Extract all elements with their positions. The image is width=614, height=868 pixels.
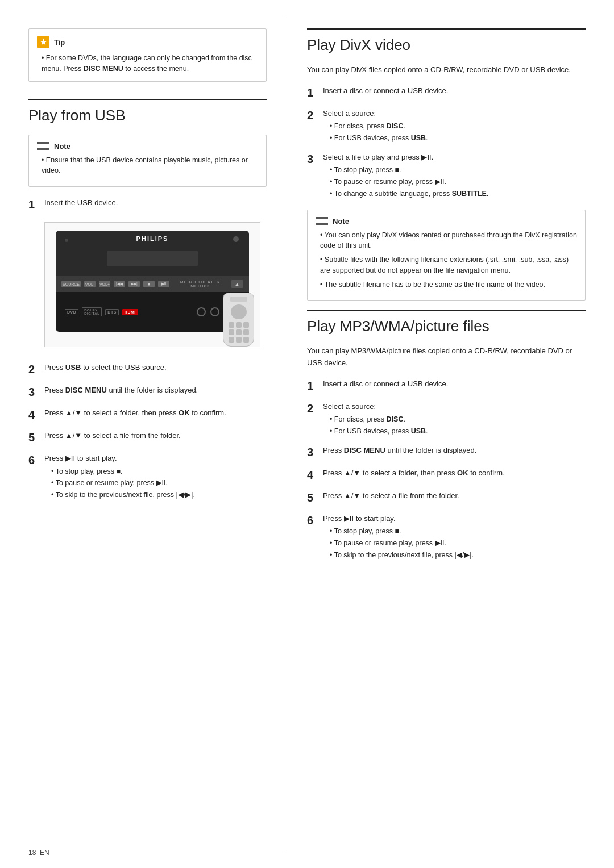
device-btn-source: SOURCE — [61, 281, 81, 287]
logo-dvd: DVD — [65, 309, 78, 315]
divx-step-3-bullets: To stop play, press ■. To pause or resum… — [323, 165, 586, 199]
step-content-4: Press ▲/▼ to select a folder, then press… — [44, 406, 267, 423]
remote-btns-row-1 — [229, 322, 249, 328]
usb-bullet-pause: To pause or resume play, press ▶II. — [51, 478, 267, 489]
remote-btn-1 — [229, 322, 234, 328]
remote-btn-8 — [236, 337, 242, 343]
mp3-step-content-1: Insert a disc or connect a USB device. — [323, 377, 586, 394]
divx-source-usb: For USB devices, press USB. — [330, 133, 586, 144]
divx-note-2: Subtitle files with the following filena… — [320, 254, 577, 276]
note-header-divx: Note — [316, 217, 577, 226]
divx-step-3: 3 Select a file to play and press ▶II. T… — [307, 151, 586, 201]
usb-steps-2-6: 2 Press USB to select the USB source. 3 … — [28, 361, 267, 502]
device-brand: PHILIPS — [136, 235, 169, 242]
mp3-step-content-5: Press ▲/▼ to select a file from the fold… — [323, 489, 586, 506]
device-top: PHILIPS — [56, 231, 249, 276]
note-divx-line-1 — [316, 217, 328, 219]
device-btn-next: ▶▶| — [128, 281, 140, 287]
note-icon-divx — [316, 217, 328, 225]
divx-step-num-2: 2 — [307, 107, 323, 145]
divx-step-2-bullets: For discs, press DISC. For USB devices, … — [323, 121, 586, 144]
remote-circle-pad — [231, 304, 247, 319]
remote-btn-2 — [236, 322, 242, 328]
remote-btn-4 — [229, 329, 234, 335]
divx-step-content-1: Insert a disc or connect a USB device. — [323, 84, 586, 101]
remote-container — [223, 293, 254, 347]
mp3-step-2-bullets: For discs, press DISC. For USB devices, … — [323, 414, 586, 437]
logo-hdmi: HDMI — [122, 309, 138, 315]
note-label-usb: Note — [54, 142, 70, 151]
divx-note-3: The subtitle filename has to be the same… — [320, 279, 577, 290]
logo-dolby: DOLBYDIGITAL — [82, 307, 102, 316]
device-bottom: DVD DOLBYDIGITAL DTS HDMI USB — [56, 292, 249, 332]
play-mp3-title: Play MP3/WMA/picture files — [307, 310, 586, 335]
note-box-divx: Note You can only play DivX videos rente… — [307, 210, 586, 301]
tip-box: ★ Tip For some DVDs, the language can on… — [28, 28, 267, 82]
remote-top-btn — [230, 297, 247, 302]
note-list-usb: Ensure that the USB device contains play… — [37, 155, 258, 177]
mp3-step-num-5: 5 — [307, 489, 323, 506]
divx-intro: You can play DivX files copied onto a CD… — [307, 64, 586, 76]
mp3-step-4: 4 Press ▲/▼ to select a folder, then pre… — [307, 466, 586, 483]
usb-bullet-skip: To skip to the previous/next file, press… — [51, 490, 267, 500]
device-btn-vol-p: VOL+ — [99, 281, 110, 287]
mp3-step-1: 1 Insert a disc or connect a USB device. — [307, 377, 586, 394]
mp3-step-content-3: Press DISC MENU until the folder is disp… — [323, 444, 586, 461]
page-number: 18 EN — [28, 849, 49, 857]
usb-step-4: 4 Press ▲/▼ to select a folder, then pre… — [28, 406, 267, 423]
logo-dts: DTS — [105, 309, 119, 315]
device-middle: SOURCE VOL- VOL+ |◀◀ ▶▶| ■ ▶II MICRO THE… — [56, 276, 249, 292]
remote-btn-6 — [243, 329, 249, 335]
usb-bullet-stop: To stop play, press ■. — [51, 466, 267, 477]
usb-circle-1 — [197, 307, 206, 316]
note-label-divx: Note — [333, 217, 349, 226]
device-dot-left — [65, 239, 68, 242]
usb-step-5: 5 Press ▲/▼ to select a file from the fo… — [28, 429, 267, 446]
divx-step-num-3: 3 — [307, 151, 323, 201]
device-btn-play: ▶II — [158, 281, 169, 287]
mp3-step-content-6: Press ▶II to start play. To stop play, p… — [323, 512, 586, 562]
step-num-3: 3 — [28, 383, 44, 400]
usb-step-6-bullets: To stop play, press ■. To pause or resum… — [44, 466, 267, 500]
device-btn-vol-m: VOL- — [84, 281, 96, 287]
divx-source-disc: For discs, press DISC. — [330, 121, 586, 132]
divx-steps: 1 Insert a disc or connect a USB device.… — [307, 84, 586, 201]
divx-step-1: 1 Insert a disc or connect a USB device. — [307, 84, 586, 101]
remote-btns-row-2 — [229, 329, 249, 335]
divx-step-content-2: Select a source: For discs, press DISC. … — [323, 107, 586, 145]
mp3-step-num-3: 3 — [307, 444, 323, 461]
mp3-step-2: 2 Select a source: For discs, press DISC… — [307, 400, 586, 438]
note-line-2 — [37, 148, 49, 150]
divx-bullet-subtitle: To change a subtitle language, press SUB… — [330, 189, 586, 199]
mp3-step-content-4: Press ▲/▼ to select a folder, then press… — [323, 466, 586, 483]
mp3-intro: You can play MP3/WMA/picture files copie… — [307, 345, 586, 369]
remote-btns-row-3 — [229, 337, 249, 343]
remote-body — [223, 293, 254, 347]
usb-step-2: 2 Press USB to select the USB source. — [28, 361, 267, 378]
step-content-3: Press DISC MENU until the folder is disp… — [44, 383, 267, 400]
remote-btn-9 — [243, 337, 249, 343]
tip-label: Tip — [54, 38, 65, 47]
tip-list: For some DVDs, the language can only be … — [37, 53, 258, 74]
device-eject-btn: ▲ — [231, 280, 243, 288]
divx-step-content-3: Select a file to play and press ▶II. To … — [323, 151, 586, 201]
step-content-2: Press USB to select the USB source. — [44, 361, 267, 378]
note-box-usb: Note Ensure that the USB device contains… — [28, 135, 267, 187]
device-screen — [107, 251, 198, 266]
device-logos: DVD DOLBYDIGITAL DTS HDMI — [65, 307, 138, 316]
note-bullet-usb: Ensure that the USB device contains play… — [42, 155, 258, 177]
remote-btn-7 — [229, 337, 234, 343]
left-column: ★ Tip For some DVDs, the language can on… — [0, 17, 284, 851]
step-content-6: Press ▶II to start play. To stop play, p… — [44, 452, 267, 502]
step-content-1: Insert the USB device. — [44, 196, 267, 213]
divx-bullet-pause: To pause or resume play, press ▶II. — [330, 177, 586, 187]
mp3-step-num-1: 1 — [307, 377, 323, 394]
remote-btn-5 — [236, 329, 242, 335]
device-outer: PHILIPS SOURCE VOL- VOL+ |◀◀ ▶▶| ■ ▶II M… — [56, 231, 249, 339]
note-header-usb: Note — [37, 142, 258, 151]
mp3-bullet-stop: To stop play, press ■. — [330, 526, 586, 537]
play-divx-title: Play DivX video — [307, 28, 586, 54]
tip-bullet: For some DVDs, the language can only be … — [42, 53, 258, 74]
device-btn-stop: ■ — [143, 281, 155, 287]
note-line-1 — [37, 142, 49, 144]
